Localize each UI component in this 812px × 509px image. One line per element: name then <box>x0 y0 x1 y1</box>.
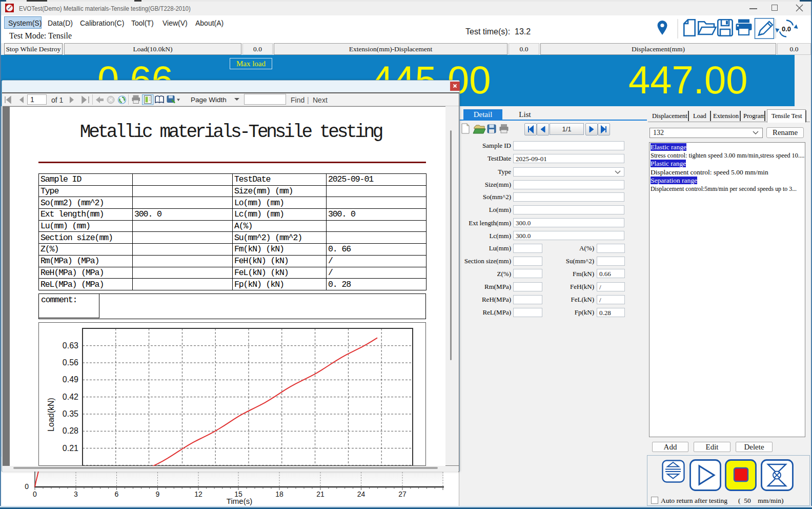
svg-text:Load(kN): Load(kN) <box>47 398 55 432</box>
svg-text:0.56: 0.56 <box>63 358 78 367</box>
svg-text:3: 3 <box>74 490 78 498</box>
svg-text:0.49: 0.49 <box>63 375 78 384</box>
svg-text:0: 0 <box>25 482 29 491</box>
svg-text:0.0: 0.0 <box>782 25 791 33</box>
svg-text:21: 21 <box>316 490 324 498</box>
svg-text:24: 24 <box>357 490 366 498</box>
svg-text:0.28: 0.28 <box>63 426 78 435</box>
svg-text:18: 18 <box>275 490 283 498</box>
svg-text:6: 6 <box>115 490 119 498</box>
svg-text:12: 12 <box>194 490 202 498</box>
svg-text:9: 9 <box>156 490 160 498</box>
svg-text:0.35: 0.35 <box>63 409 78 418</box>
svg-text:0.21: 0.21 <box>63 444 78 453</box>
svg-text:0.63: 0.63 <box>63 341 78 350</box>
svg-text:27: 27 <box>398 490 407 498</box>
svg-text:0: 0 <box>33 490 37 498</box>
svg-text:0.42: 0.42 <box>63 393 78 401</box>
svg-text:Time(s): Time(s) <box>227 497 252 505</box>
